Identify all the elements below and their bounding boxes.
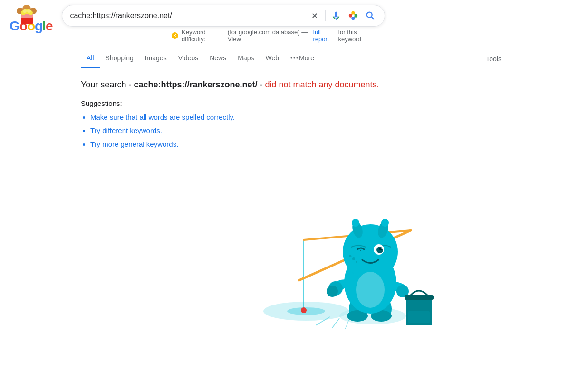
nav-tabs: All Shopping Images Videos News Maps Web… bbox=[0, 49, 588, 68]
svg-point-42 bbox=[343, 224, 398, 279]
search-button[interactable] bbox=[364, 9, 377, 22]
svg-line-60 bbox=[332, 318, 339, 328]
svg-point-51 bbox=[381, 247, 383, 249]
close-icon bbox=[310, 11, 319, 20]
dots-icon bbox=[290, 54, 298, 62]
tab-tools[interactable]: Tools bbox=[480, 50, 507, 67]
voice-search-button[interactable] bbox=[329, 9, 343, 22]
suggestions-list: Make sure that all words are spelled cor… bbox=[90, 112, 578, 150]
svg-text:K: K bbox=[174, 33, 177, 38]
no-results-message: Your search - cache:https://rankerszone.… bbox=[81, 78, 578, 92]
tab-maps[interactable]: Maps bbox=[232, 49, 260, 68]
keyword-difficulty-bar: K Keyword difficulty: (for google.com da… bbox=[62, 27, 385, 43]
microphone-icon bbox=[331, 10, 341, 21]
keyword-text-before: Keyword difficulty: bbox=[182, 29, 225, 43]
svg-point-30 bbox=[301, 307, 307, 313]
message-prefix: Your search - bbox=[81, 80, 134, 89]
svg-point-14 bbox=[352, 11, 355, 15]
message-suffix: - bbox=[257, 80, 265, 89]
svg-line-19 bbox=[372, 17, 374, 19]
search-icon bbox=[365, 10, 376, 21]
svg-rect-58 bbox=[408, 311, 430, 323]
image-search-button[interactable] bbox=[347, 9, 360, 22]
search-bar: cache:https://rankerszone.net/ bbox=[62, 5, 385, 27]
svg-point-16 bbox=[352, 17, 355, 20]
tab-shopping[interactable]: Shopping bbox=[100, 49, 139, 68]
illustration-container bbox=[81, 164, 578, 335]
svg-point-54 bbox=[356, 261, 357, 263]
svg-point-53 bbox=[349, 255, 351, 257]
tab-web[interactable]: Web bbox=[260, 49, 285, 68]
svg-rect-57 bbox=[405, 295, 434, 300]
keyword-text-middle: (for google.com database) — View bbox=[228, 29, 310, 43]
svg-point-52 bbox=[352, 257, 355, 260]
search-divider bbox=[325, 10, 326, 21]
no-results-illustration bbox=[211, 164, 449, 335]
popcorn-logo-icon bbox=[16, 5, 38, 27]
svg-point-47 bbox=[360, 250, 361, 251]
header: Google cache:https://rankerszone.net/ bbox=[0, 0, 588, 48]
svg-point-15 bbox=[354, 14, 357, 17]
keyword-tool-icon: K bbox=[171, 31, 179, 40]
svg-point-13 bbox=[349, 14, 352, 17]
search-query: cache:https://rankerszone.net/ bbox=[134, 80, 257, 89]
suggestion-1[interactable]: Make sure that all words are spelled cor… bbox=[90, 112, 578, 123]
keyword-full-report-link[interactable]: full report bbox=[313, 29, 335, 43]
no-match-text: did not match any documents. bbox=[265, 80, 379, 89]
svg-point-9 bbox=[27, 9, 31, 13]
svg-point-22 bbox=[291, 57, 292, 59]
svg-point-17 bbox=[352, 14, 355, 17]
tab-more[interactable]: More bbox=[285, 49, 320, 68]
clear-button[interactable] bbox=[308, 9, 321, 22]
tab-videos[interactable]: Videos bbox=[173, 49, 204, 68]
tab-all[interactable]: All bbox=[81, 49, 100, 68]
tab-news[interactable]: News bbox=[204, 49, 232, 68]
camera-icon bbox=[348, 10, 358, 21]
suggestion-2[interactable]: Try different keywords. bbox=[90, 125, 578, 136]
svg-point-24 bbox=[297, 57, 298, 59]
svg-point-46 bbox=[381, 219, 389, 227]
search-bar-container: cache:https://rankerszone.net/ bbox=[62, 5, 385, 43]
keyword-text-after: for this keyword bbox=[338, 29, 376, 43]
search-input[interactable]: cache:https://rankerszone.net/ bbox=[70, 11, 303, 20]
svg-rect-10 bbox=[336, 12, 337, 16]
search-icons bbox=[308, 9, 377, 22]
tab-images[interactable]: Images bbox=[139, 49, 173, 68]
main-content: Your search - cache:https://rankerszone.… bbox=[0, 68, 588, 344]
svg-point-45 bbox=[352, 219, 359, 227]
suggestion-3[interactable]: Try more general keywords. bbox=[90, 139, 578, 150]
suggestions-title: Suggestions: bbox=[81, 99, 578, 107]
svg-point-55 bbox=[356, 272, 385, 308]
svg-point-23 bbox=[294, 57, 295, 59]
svg-point-39 bbox=[327, 286, 338, 297]
svg-point-8 bbox=[23, 9, 27, 13]
